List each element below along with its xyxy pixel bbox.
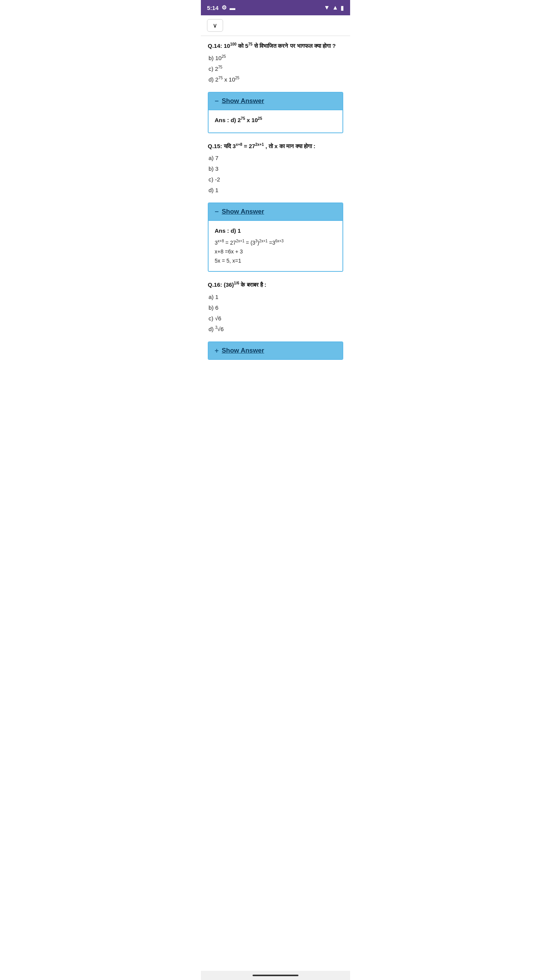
question-16: Q.16: (36)1/6 के बराबर है : a) 1 b) 6 c)… (208, 280, 343, 334)
q16-option-b: b) 6 (208, 303, 343, 312)
q14-option-d: d) 275 x 1025 (208, 75, 343, 84)
show-answer-q14: − Show Answer Ans : d) 275 x 1025 (208, 92, 343, 133)
q14-answer: Ans : d) 275 x 1025 (215, 116, 336, 125)
question-14-text: Q.14: 10100 को 575 से विभाजित करने पर भा… (208, 41, 343, 51)
toggle-sign-q16: + (215, 347, 219, 354)
show-answer-q15-body: Ans : d) 1 3x+8 = 272x+1 = (33)2x+1 =36x… (209, 220, 342, 271)
show-answer-q15: − Show Answer Ans : d) 1 3x+8 = 272x+1 =… (208, 203, 343, 272)
show-answer-q16-label: Show Answer (222, 347, 264, 354)
settings-icon: ⚙ (222, 4, 227, 11)
status-right: ▼ ▲ ▮ (324, 4, 344, 11)
show-answer-q15-label: Show Answer (222, 208, 264, 216)
q15-option-c: c) -2 (208, 175, 343, 184)
show-answer-q14-header[interactable]: − Show Answer (209, 93, 342, 109)
question-16-text: Q.16: (36)1/6 के बराबर है : (208, 280, 343, 289)
q15-answer: Ans : d) 1 (215, 226, 336, 235)
toggle-sign-q14: − (215, 98, 219, 105)
q15-detail: 3x+8 = 272x+1 = (33)2x+1 =36x+3 x+8 =6x … (215, 238, 336, 266)
show-answer-q14-label: Show Answer (222, 97, 264, 105)
dropdown-button[interactable]: ∨ (207, 19, 223, 32)
time-display: 5:14 (207, 5, 218, 11)
status-bar: 5:14 ⚙ ▬ ▼ ▲ ▮ (201, 0, 350, 15)
question-14: Q.14: 10100 को 575 से विभाजित करने पर भा… (208, 41, 343, 84)
show-answer-q15-header[interactable]: − Show Answer (209, 203, 342, 220)
q16-option-c: c) √6 (208, 314, 343, 323)
signal-icon: ▲ (332, 4, 338, 11)
toggle-sign-q15: − (215, 208, 219, 215)
q14-option-c: c) 275 (208, 64, 343, 74)
status-left: 5:14 ⚙ ▬ (207, 4, 235, 11)
show-answer-q14-body: Ans : d) 275 x 1025 (209, 109, 342, 132)
battery-icon: ▮ (341, 4, 344, 11)
sim-icon: ▬ (230, 5, 235, 11)
q16-option-a: a) 1 (208, 292, 343, 302)
show-answer-q16-header[interactable]: + Show Answer (209, 342, 342, 359)
wifi-icon: ▼ (324, 4, 330, 11)
q16-option-d: d) 3√6 (208, 325, 343, 334)
question-15: Q.15: यदि 3x+8 = 272x+1 , तो x का मान क्… (208, 142, 343, 195)
question-15-text: Q.15: यदि 3x+8 = 272x+1 , तो x का मान क्… (208, 142, 343, 151)
content-area: Q.14: 10100 को 575 से विभाजित करने पर भा… (201, 36, 350, 374)
show-answer-q16: + Show Answer (208, 341, 343, 360)
toolbar: ∨ (201, 15, 350, 36)
q14-option-b: b) 1025 (208, 54, 343, 63)
q15-option-a: a) 7 (208, 154, 343, 163)
q15-option-d: d) 1 (208, 186, 343, 195)
q15-option-b: b) 3 (208, 164, 343, 173)
